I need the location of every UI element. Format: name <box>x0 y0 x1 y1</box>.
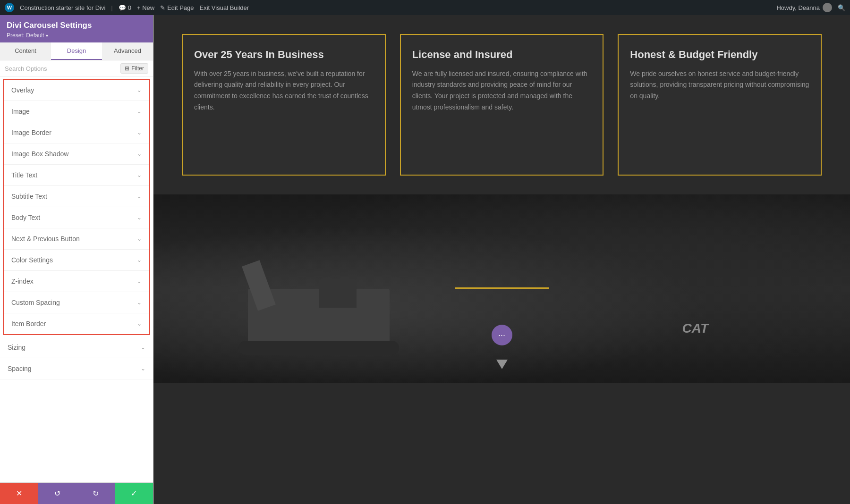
image-label: Image <box>11 108 30 115</box>
next-prev-label: Next & Previous Button <box>11 235 80 243</box>
admin-search-icon[interactable]: 🔍 <box>838 4 845 11</box>
color-settings-label: Color Settings <box>11 256 53 264</box>
card-3-title: Honest & Budget Friendly <box>630 48 809 62</box>
filter-button[interactable]: ⊞ Filter <box>120 63 148 74</box>
chevron-image: ⌄ <box>137 108 142 115</box>
card-1-body: With over 25 years in business, we've bu… <box>194 68 374 113</box>
site-name[interactable]: Construction starter site for Divi <box>20 4 105 11</box>
subtitle-text-label: Subtitle Text <box>11 193 47 200</box>
chevron-image-box-shadow: ⌄ <box>137 151 142 157</box>
setting-item-spacing[interactable]: Spacing ⌄ <box>0 358 153 379</box>
chevron-body-text: ⌄ <box>137 214 142 221</box>
redo-icon: ↻ <box>93 489 99 498</box>
comments-link[interactable]: 💬 0 <box>119 4 131 11</box>
preset-selector[interactable]: Preset: Default <box>7 32 146 39</box>
setting-item-image-box-shadow[interactable]: Image Box Shadow ⌄ <box>4 143 149 165</box>
comment-icon: 💬 <box>119 4 126 11</box>
chevron-image-border: ⌄ <box>137 129 142 136</box>
settings-list: Overlay ⌄ Image ⌄ Image Border ⌄ Image B… <box>0 77 153 482</box>
sidebar: Divi Carousel Settings Preset: Default C… <box>0 15 153 504</box>
undo-button[interactable]: ↺ <box>38 483 76 504</box>
cursor-arrow <box>496 360 508 369</box>
setting-item-body-text[interactable]: Body Text ⌄ <box>4 207 149 228</box>
item-border-label: Item Border <box>11 320 46 328</box>
card-3-body: We pride ourselves on honest service and… <box>630 68 809 102</box>
sidebar-toolbar: ✕ ↺ ↻ ✓ <box>0 482 153 504</box>
cat-label: CAT <box>682 321 708 336</box>
card-2: License and Insured We are fully license… <box>400 34 604 176</box>
chevron-spacing: ⌄ <box>141 365 145 372</box>
card-2-body: We are fully licensed and insured, ensur… <box>412 68 592 113</box>
setting-item-next-prev-button[interactable]: Next & Previous Button ⌄ <box>4 228 149 250</box>
filter-icon: ⊞ <box>125 65 129 72</box>
setting-item-title-text[interactable]: Title Text ⌄ <box>4 165 149 186</box>
setting-item-sizing[interactable]: Sizing ⌄ <box>0 337 153 358</box>
chevron-item-border: ⌄ <box>137 320 142 327</box>
chevron-subtitle-text: ⌄ <box>137 193 142 200</box>
search-input[interactable] <box>5 65 118 72</box>
chevron-overlay: ⌄ <box>137 87 142 93</box>
search-bar: ⊞ Filter <box>0 60 153 77</box>
setting-item-image[interactable]: Image ⌄ <box>4 101 149 122</box>
cards-section: Over 25 Years In Business With over 25 y… <box>153 15 850 194</box>
highlighted-settings-group: Overlay ⌄ Image ⌄ Image Border ⌄ Image B… <box>3 79 150 335</box>
close-button[interactable]: ✕ <box>0 483 38 504</box>
user-avatar <box>823 3 832 12</box>
machine-cab <box>319 279 357 308</box>
module-title: Divi Carousel Settings <box>7 21 146 30</box>
card-1-title: Over 25 Years In Business <box>194 48 374 62</box>
card-3: Honest & Budget Friendly We pride oursel… <box>618 34 822 176</box>
card-2-title: License and Insured <box>412 48 592 62</box>
new-button[interactable]: + New <box>137 4 154 11</box>
image-box-shadow-label: Image Box Shadow <box>11 150 68 158</box>
admin-bar: W Construction starter site for Divi | 💬… <box>0 0 850 15</box>
image-border-label: Image Border <box>11 129 51 136</box>
setting-item-z-index[interactable]: Z-index ⌄ <box>4 271 149 292</box>
setting-item-color-settings[interactable]: Color Settings ⌄ <box>4 250 149 271</box>
custom-spacing-label: Custom Spacing <box>11 299 60 306</box>
machine-track <box>238 341 399 355</box>
chevron-title-text: ⌄ <box>137 172 142 178</box>
z-index-label: Z-index <box>11 277 34 285</box>
redo-button[interactable]: ↻ <box>76 483 115 504</box>
close-icon: ✕ <box>16 489 22 498</box>
wordpress-logo: W <box>5 3 14 12</box>
sidebar-tabs: Content Design Advanced <box>0 42 153 60</box>
chevron-next-prev: ⌄ <box>137 235 142 242</box>
tab-advanced[interactable]: Advanced <box>102 42 153 60</box>
chevron-color-settings: ⌄ <box>137 257 142 263</box>
sidebar-header: Divi Carousel Settings Preset: Default <box>0 15 153 42</box>
construction-section: CAT ··· <box>153 194 850 383</box>
machine-arm <box>242 260 276 311</box>
tab-design[interactable]: Design <box>51 42 102 60</box>
exit-builder-link[interactable]: Exit Visual Builder <box>200 4 249 11</box>
setting-item-item-border[interactable]: Item Border ⌄ <box>4 313 149 334</box>
chat-bubble-button[interactable]: ··· <box>492 325 512 345</box>
user-menu[interactable]: Howdy, Deanna <box>776 3 832 12</box>
spacing-label: Spacing <box>8 365 32 372</box>
overlay-label: Overlay <box>11 86 34 94</box>
body-text-label: Body Text <box>11 214 40 221</box>
undo-icon: ↺ <box>54 489 60 498</box>
sizing-label: Sizing <box>8 344 26 351</box>
setting-item-overlay[interactable]: Overlay ⌄ <box>4 80 149 101</box>
content-area: Over 25 Years In Business With over 25 y… <box>153 15 850 504</box>
tab-content[interactable]: Content <box>0 42 51 60</box>
title-text-label: Title Text <box>11 171 37 179</box>
chat-dots-icon: ··· <box>498 330 505 340</box>
pencil-icon: ✎ <box>160 4 165 11</box>
setting-item-image-border[interactable]: Image Border ⌄ <box>4 122 149 143</box>
save-button[interactable]: ✓ <box>115 483 153 504</box>
edit-page-link[interactable]: ✎ Edit Page <box>160 4 194 11</box>
chevron-z-index: ⌄ <box>137 278 142 285</box>
construction-background: CAT ··· <box>153 194 850 383</box>
card-1: Over 25 Years In Business With over 25 y… <box>182 34 386 176</box>
setting-item-subtitle-text[interactable]: Subtitle Text ⌄ <box>4 186 149 207</box>
setting-item-custom-spacing[interactable]: Custom Spacing ⌄ <box>4 292 149 313</box>
chevron-sizing: ⌄ <box>141 344 145 351</box>
chevron-custom-spacing: ⌄ <box>137 299 142 306</box>
save-icon: ✓ <box>131 489 137 498</box>
bottom-divider-line <box>455 287 549 289</box>
